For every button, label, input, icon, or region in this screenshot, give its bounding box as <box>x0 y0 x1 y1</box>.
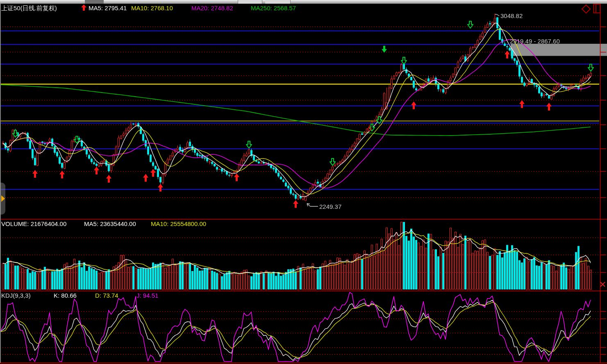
kdj-title-label: KDJ(9,3,3) <box>1 292 31 299</box>
split-window-icon[interactable] <box>593 4 601 14</box>
volume-ma10-label: MA10: 25554800.00 <box>151 220 206 227</box>
kdj-d-label: D: 73.74 <box>95 292 118 299</box>
tab-segment[interactable] <box>265 0 291 4</box>
tab-segment[interactable] <box>238 0 262 4</box>
expand-triangle-icon <box>1 195 5 202</box>
low-price-annotation: 2249.37 <box>319 203 341 210</box>
close-icon[interactable] <box>599 281 606 288</box>
chart-title: 上证50(日线.前复权) <box>1 5 57 11</box>
kdj-j-label: J: 94.51 <box>136 292 158 299</box>
diamond-tool-icon[interactable] <box>581 4 591 14</box>
kdj-k-label: K: 80.66 <box>54 292 77 299</box>
sidebar-expander-handle[interactable] <box>0 183 5 215</box>
trading-app-window: 上证50(日线.前复权) MA5: 2795.41 MA10: 2768.10 … <box>0 0 607 364</box>
ma20-value-label: MA20: 2748.82 <box>191 5 233 11</box>
ma10-value-label: MA10: 2768.10 <box>131 5 173 11</box>
red-up-arrow-icon <box>81 5 86 11</box>
ma250-value-label: MA250: 2568.57 <box>251 5 296 11</box>
ma5-value-label: MA5: 2795.41 <box>89 5 127 11</box>
chart-canvas[interactable] <box>0 0 607 364</box>
window-tabs-strip <box>0 0 607 4</box>
volume-value-label: VOLUME: 21676404.00 <box>1 220 66 227</box>
gap-zone-annotation: 2919.49 - 2867.60 <box>510 38 560 45</box>
tab-segment[interactable] <box>85 0 104 4</box>
peak-price-annotation: 3048.82 <box>500 12 523 19</box>
volume-ma5-label: MA5: 23635440.00 <box>84 220 136 227</box>
